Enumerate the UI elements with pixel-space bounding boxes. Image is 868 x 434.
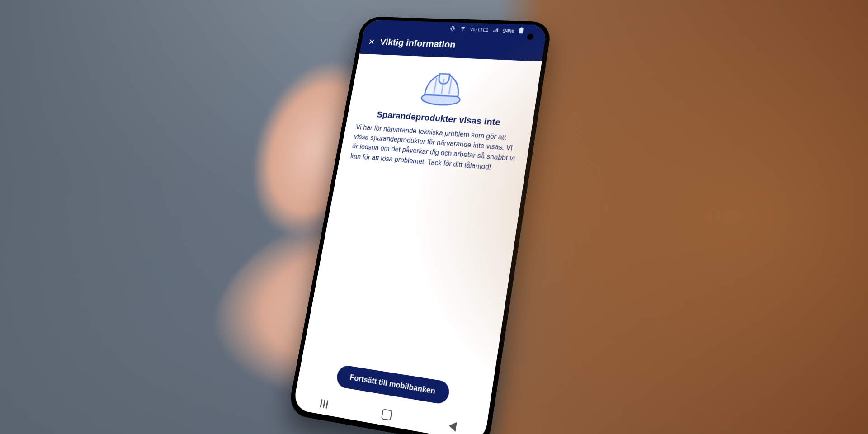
nav-back-icon[interactable] xyxy=(448,421,457,432)
vibrate-icon xyxy=(449,25,456,33)
phone-screen: Vo) LTE1 94% × Viktig information xyxy=(292,19,547,434)
error-body: Vi har för närvarande tekniska problem s… xyxy=(350,122,519,174)
status-bar: Vo) LTE1 94% xyxy=(363,19,547,38)
svg-rect-0 xyxy=(451,26,454,30)
svg-point-4 xyxy=(420,92,461,106)
nav-recent-icon[interactable] xyxy=(320,399,329,409)
svg-point-1 xyxy=(462,29,463,30)
network-label: Vo) LTE1 xyxy=(470,27,489,32)
battery-percent: 94% xyxy=(502,28,514,34)
continue-button[interactable]: Fortsätt till mobilbanken xyxy=(335,364,451,405)
nav-home-icon[interactable] xyxy=(381,409,392,421)
page-title: Viktig information xyxy=(379,37,457,51)
app-header: × Viktig information xyxy=(359,32,545,61)
hard-hat-icon xyxy=(414,66,471,110)
punch-hole-camera xyxy=(527,34,534,40)
close-icon[interactable]: × xyxy=(368,37,375,47)
svg-rect-3 xyxy=(521,27,523,28)
error-heading: Sparandeprodukter visas inte xyxy=(358,108,522,129)
battery-icon xyxy=(518,27,524,35)
phone: Vo) LTE1 94% × Viktig information xyxy=(288,16,552,434)
signal-icon xyxy=(492,27,500,34)
app-body: Sparandeprodukter visas inte Vi har för … xyxy=(340,54,542,175)
android-nav-bar xyxy=(292,388,487,434)
svg-rect-2 xyxy=(519,28,523,33)
cta-wrap: Fortsätt till mobilbanken xyxy=(298,359,492,412)
thumb-silhouette xyxy=(225,38,409,260)
wifi-icon xyxy=(459,26,467,33)
photo-background: Vo) LTE1 94% × Viktig information xyxy=(0,0,868,434)
hand-silhouette xyxy=(198,186,552,434)
